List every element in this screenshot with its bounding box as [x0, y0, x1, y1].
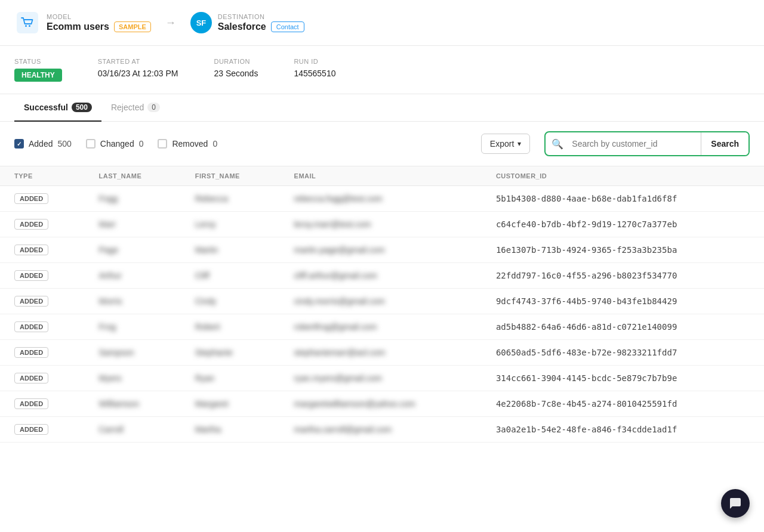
col-header-last-name: LAST_NAME — [85, 166, 181, 186]
model-label: MODEL — [47, 13, 151, 20]
model-section: MODEL Ecomm users SAMPLE — [14, 10, 151, 36]
table-header-row: TYPE LAST_NAME FIRST_NAME EMAIL CUSTOMER… — [0, 166, 764, 186]
destination-info: DESTINATION Salesforce Contact — [218, 13, 304, 32]
duration-label: DURATION — [214, 58, 258, 65]
col-header-first-name: FIRST_NAME — [181, 166, 280, 186]
filter-changed-count: 0 — [139, 139, 144, 149]
cell-first_name: Martin — [181, 237, 280, 263]
table-row: ADDEDMyersRyanryan.myers@gmail.com314cc6… — [0, 366, 764, 391]
cell-last_name: Arthur — [85, 263, 181, 289]
status-item-started: STARTED AT 03/16/23 At 12:03 PM — [98, 58, 178, 78]
table-row: ADDEDArthurCliffcliff.arthur@gmail.com22… — [0, 263, 764, 289]
filter-changed-label: Changed — [100, 139, 134, 149]
filter-changed[interactable]: Changed 0 — [86, 139, 144, 149]
table-row: ADDEDFrogRobertrobertfrog@gmail.comad5b4… — [0, 314, 764, 340]
type-badge: ADDED — [14, 424, 48, 435]
cell-email: stephaniemarr@aol.com — [280, 340, 482, 366]
search-input[interactable] — [569, 139, 701, 149]
cell-email: martha.carroll@gmail.com — [280, 417, 482, 443]
sample-badge: SAMPLE — [114, 21, 151, 32]
cell-first_name: Leroy — [181, 212, 280, 237]
cart-icon — [14, 10, 41, 36]
cell-type: ADDED — [0, 212, 85, 237]
cell-email: cliff.arthur@gmail.com — [280, 263, 482, 289]
filter-removed-label: Removed — [172, 139, 208, 149]
salesforce-logo-icon: SF — [190, 12, 212, 33]
cell-customer_id: 4e22068b-7c8e-4b45-a274-8010425591fd — [482, 391, 764, 417]
table-row: ADDEDSampsonStephaniestephaniemarr@aol.c… — [0, 340, 764, 366]
cell-customer_id: c64cfe40-b7db-4bf2-9d19-1270c7a377eb — [482, 212, 764, 237]
tabs-row: Successful 500 Rejected 0 — [0, 94, 764, 122]
col-header-type: TYPE — [0, 166, 85, 186]
cell-type: ADDED — [0, 263, 85, 289]
cell-customer_id: 9dcf4743-37f6-44b5-9740-b43fe1b84429 — [482, 289, 764, 314]
cell-first_name: Margaret — [181, 391, 280, 417]
tab-rejected[interactable]: Rejected 0 — [101, 94, 170, 122]
destination-section: SF DESTINATION Salesforce Contact — [190, 12, 304, 33]
started-at-value: 03/16/23 At 12:03 PM — [98, 69, 178, 78]
col-header-customer-id: CUSTOMER_ID — [482, 166, 764, 186]
cell-type: ADDED — [0, 391, 85, 417]
cell-customer_id: 60650ad5-5df6-483e-b72e-98233211fdd7 — [482, 340, 764, 366]
table-row: ADDEDWilliamsonMargaretmargaretwilliamso… — [0, 391, 764, 417]
svg-point-2 — [29, 25, 30, 27]
cell-last_name: Marr — [85, 212, 181, 237]
status-item-duration: DURATION 23 Seconds — [214, 58, 258, 78]
cell-email: martin.page@gmail.com — [280, 237, 482, 263]
data-table: TYPE LAST_NAME FIRST_NAME EMAIL CUSTOMER… — [0, 166, 764, 443]
cell-first_name: Stephanie — [181, 340, 280, 366]
started-at-label: STARTED AT — [98, 58, 178, 65]
table-row: ADDEDPageMartinmartin.page@gmail.com16e1… — [0, 237, 764, 263]
status-key: STATUS — [14, 58, 62, 65]
model-info: MODEL Ecomm users SAMPLE — [47, 13, 151, 32]
arrow-icon: → — [165, 17, 176, 29]
cell-type: ADDED — [0, 417, 85, 443]
run-id-label: RUN ID — [294, 58, 335, 65]
cell-email: leroy.marr@test.com — [280, 212, 482, 237]
col-header-email: EMAIL — [280, 166, 482, 186]
checkbox-added[interactable] — [14, 139, 24, 149]
cell-last_name: Morris — [85, 289, 181, 314]
cell-last_name: Sampson — [85, 340, 181, 366]
cell-email: ryan.myers@gmail.com — [280, 366, 482, 391]
type-badge: ADDED — [14, 193, 48, 204]
tab-successful-count: 500 — [72, 103, 92, 112]
filter-added[interactable]: Added 500 — [14, 139, 72, 149]
cell-last_name: Williamson — [85, 391, 181, 417]
cell-type: ADDED — [0, 289, 85, 314]
table-row: ADDEDMarrLeroyleroy.marr@test.comc64cfe4… — [0, 212, 764, 237]
type-badge: ADDED — [14, 373, 48, 383]
search-box[interactable]: 🔍 Search — [544, 131, 750, 156]
cell-last_name: Frog — [85, 314, 181, 340]
cell-type: ADDED — [0, 366, 85, 391]
export-chevron-icon: ▾ — [517, 140, 521, 148]
export-button[interactable]: Export ▾ — [481, 134, 530, 154]
checkbox-removed[interactable] — [158, 139, 167, 149]
cell-customer_id: 16e1307b-713b-4924-9365-f253a3b235ba — [482, 237, 764, 263]
checkbox-changed[interactable] — [86, 139, 96, 149]
search-button[interactable]: Search — [701, 132, 748, 155]
cell-email: cindy.morris@gmail.com — [280, 289, 482, 314]
duration-value: 23 Seconds — [214, 69, 258, 78]
cell-first_name: Cindy — [181, 289, 280, 314]
filter-removed-count: 0 — [212, 139, 217, 149]
cell-email: robertfrog@gmail.com — [280, 314, 482, 340]
cell-email: rebecca.fogg@test.com — [280, 186, 482, 212]
header-bar: MODEL Ecomm users SAMPLE → SF DESTINATIO… — [0, 0, 764, 46]
destination-name: Salesforce — [218, 21, 266, 32]
model-name-row: Ecomm users SAMPLE — [47, 21, 151, 32]
type-badge: ADDED — [14, 270, 48, 281]
tab-successful[interactable]: Successful 500 — [14, 94, 101, 122]
tab-successful-label: Successful — [24, 103, 68, 112]
status-item-status: STATUS HEALTHY — [14, 58, 62, 82]
cell-type: ADDED — [0, 186, 85, 212]
svg-text:SF: SF — [196, 18, 206, 27]
cell-last_name: Carroll — [85, 417, 181, 443]
cell-type: ADDED — [0, 237, 85, 263]
filters-row: Added 500 Changed 0 Removed 0 Export ▾ 🔍… — [0, 122, 764, 166]
filter-added-label: Added — [29, 139, 53, 149]
cell-customer_id: ad5b4882-64a6-46d6-a81d-c0721e140099 — [482, 314, 764, 340]
cell-first_name: Rebecca — [181, 186, 280, 212]
run-id-value: 145565510 — [294, 69, 335, 78]
filter-removed[interactable]: Removed 0 — [158, 139, 217, 149]
